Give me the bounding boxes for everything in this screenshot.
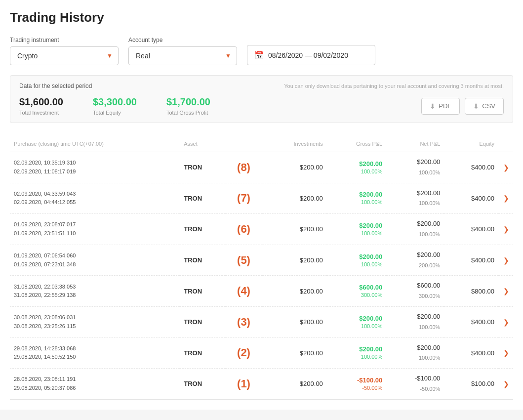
table-header-row: Purchase (closing) time UTC(+07:00) Asse… [10, 138, 513, 152]
row-expand[interactable]: ❯ [498, 337, 513, 369]
total-investment-label: Total Investment [19, 110, 63, 116]
row-equity: $100.00 [444, 369, 498, 400]
row-asset: TRON [180, 245, 225, 276]
row-time: 31.08.2020, 22:03:38.05331.08.2020, 22:5… [10, 276, 180, 307]
row-asset: TRON [180, 152, 225, 183]
row-gross-pnl: $200.00 100.00% [327, 152, 386, 183]
row-expand[interactable]: ❯ [498, 183, 513, 214]
col-investments: Investments [262, 138, 327, 152]
chevron-down-icon[interactable]: ❯ [503, 287, 509, 295]
row-equity: $400.00 [444, 152, 498, 183]
row-time: 01.09.2020, 23:08:07.01701.09.2020, 23:5… [10, 214, 180, 245]
row-time: 02.09.2020, 10:35:19.31002.09.2020, 11:0… [10, 152, 180, 183]
chevron-down-icon[interactable]: ❯ [503, 225, 509, 233]
total-investment-block: $1,600.00 Total Investment [19, 96, 63, 116]
row-expand[interactable]: ❯ [498, 245, 513, 276]
row-number: (7) [225, 183, 262, 214]
row-number: (5) [225, 245, 262, 276]
row-equity: $400.00 [444, 245, 498, 276]
row-gross-pnl: $200.00 100.00% [327, 306, 386, 337]
row-number: (3) [225, 306, 262, 337]
csv-label: CSV [482, 102, 495, 110]
csv-download-button[interactable]: ⬇ CSV [465, 98, 504, 115]
table-row: 02.09.2020, 10:35:19.31002.09.2020, 11:0… [10, 152, 513, 183]
account-filter-group: Account type Real ▼ [128, 37, 237, 65]
chevron-down-icon[interactable]: ❯ [503, 164, 509, 171]
row-expand[interactable]: ❯ [498, 369, 513, 400]
row-gross-pnl: $200.00 100.00% [327, 214, 386, 245]
total-investment-value: $1,600.00 [19, 96, 63, 108]
pdf-download-button[interactable]: ⬇ PDF [421, 98, 460, 115]
total-gross-profit-label: Total Gross Profit [166, 110, 210, 116]
total-equity-block: $3,300.00 Total Equity [93, 96, 137, 116]
row-equity: $400.00 [444, 183, 498, 214]
chevron-down-icon[interactable]: ❯ [503, 380, 509, 388]
row-investment: $200.00 [262, 152, 327, 183]
row-asset: TRON [180, 183, 225, 214]
download-buttons: ⬇ PDF ⬇ CSV [421, 98, 504, 115]
account-label: Account type [128, 37, 237, 43]
row-equity: $400.00 [444, 337, 498, 369]
download-note: You can only download data pertaining to… [284, 83, 504, 89]
row-asset: TRON [180, 276, 225, 307]
pdf-label: PDF [439, 102, 451, 110]
col-gross-pnl: Gross P&L [327, 138, 386, 152]
row-net-pnl: $600.00 300.00% [386, 276, 444, 307]
table-row: 01.09.2020, 23:08:07.01701.09.2020, 23:5… [10, 214, 513, 245]
total-equity-value: $3,300.00 [93, 96, 137, 108]
row-equity: $400.00 [444, 214, 498, 245]
row-number: (8) [225, 152, 262, 183]
row-expand[interactable]: ❯ [498, 306, 513, 337]
total-equity-label: Total Equity [93, 110, 137, 116]
col-equity: Equity [444, 138, 498, 152]
summary-bar: Data for the selected period You can onl… [10, 75, 513, 123]
total-gross-profit-block: $1,700.00 Total Gross Profit [166, 96, 210, 116]
page-title: Trading History [10, 10, 513, 25]
account-select-wrapper[interactable]: Real ▼ [128, 46, 237, 65]
table-row: 30.08.2020, 23:08:06.03130.08.2020, 23:2… [10, 306, 513, 337]
col-number-placeholder [225, 138, 262, 152]
csv-icon: ⬇ [473, 102, 479, 110]
row-time: 01.09.2020, 07:06:54.06001.09.2020, 07:2… [10, 245, 180, 276]
row-investment: $200.00 [262, 369, 327, 400]
chevron-down-icon[interactable]: ❯ [503, 349, 509, 357]
date-label [247, 35, 375, 42]
instrument-select-wrapper[interactable]: Crypto ▼ [10, 46, 119, 65]
chevron-down-icon[interactable]: ❯ [503, 194, 509, 202]
instrument-filter-group: Trading instrument Crypto ▼ [10, 37, 119, 65]
row-time: 29.08.2020, 14:28:33.06829.08.2020, 14:5… [10, 337, 180, 369]
chevron-down-icon[interactable]: ❯ [503, 318, 509, 326]
row-investment: $200.00 [262, 183, 327, 214]
row-asset: TRON [180, 306, 225, 337]
period-label: Data for the selected period [19, 83, 92, 89]
account-select[interactable]: Real [128, 46, 237, 65]
row-number: (2) [225, 337, 262, 369]
date-range-text: 08/26/2020 — 09/02/2020 [268, 51, 348, 59]
row-net-pnl: $200.00 100.00% [386, 306, 444, 337]
row-net-pnl: $200.00 100.00% [386, 337, 444, 369]
row-expand[interactable]: ❯ [498, 276, 513, 307]
row-equity: $400.00 [444, 306, 498, 337]
filters-row: Trading instrument Crypto ▼ Account type… [10, 35, 513, 65]
row-expand[interactable]: ❯ [498, 214, 513, 245]
pdf-icon: ⬇ [430, 102, 436, 110]
row-gross-pnl: $200.00 100.00% [327, 337, 386, 369]
row-time: 28.08.2020, 23:08:11.19129.08.2020, 05:2… [10, 369, 180, 400]
table-row: 31.08.2020, 22:03:38.05331.08.2020, 22:5… [10, 276, 513, 307]
row-investment: $200.00 [262, 245, 327, 276]
table-row: 01.09.2020, 07:06:54.06001.09.2020, 07:2… [10, 245, 513, 276]
date-range-picker[interactable]: 📅 08/26/2020 — 09/02/2020 [247, 45, 375, 65]
col-time: Purchase (closing) time UTC(+07:00) [10, 138, 180, 152]
table-row: 28.08.2020, 23:08:11.19129.08.2020, 05:2… [10, 369, 513, 400]
chevron-down-icon[interactable]: ❯ [503, 256, 509, 264]
instrument-select[interactable]: Crypto [10, 46, 119, 65]
date-filter-group: 📅 08/26/2020 — 09/02/2020 [247, 35, 375, 65]
row-time: 30.08.2020, 23:08:06.03130.08.2020, 23:2… [10, 306, 180, 337]
row-investment: $200.00 [262, 306, 327, 337]
row-time: 02.09.2020, 04:33:59.04302.09.2020, 04:4… [10, 183, 180, 214]
calendar-icon: 📅 [254, 50, 264, 60]
row-expand[interactable]: ❯ [498, 152, 513, 183]
row-net-pnl: $200.00 100.00% [386, 214, 444, 245]
row-asset: TRON [180, 369, 225, 400]
summary-stats-row: $1,600.00 Total Investment $3,300.00 Tot… [19, 96, 504, 116]
